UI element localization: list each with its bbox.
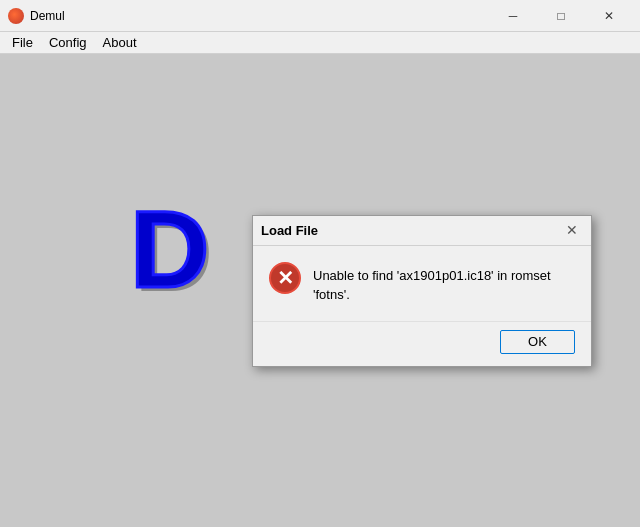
dialog-overlay: Load File ✕ ✕ Unable to find 'ax1901p01.… bbox=[0, 54, 640, 527]
maximize-button[interactable]: □ bbox=[538, 2, 584, 30]
close-button[interactable]: ✕ bbox=[586, 2, 632, 30]
menu-file[interactable]: File bbox=[4, 33, 41, 52]
app-title: Demul bbox=[30, 9, 490, 23]
menu-bar: File Config About bbox=[0, 32, 640, 54]
dialog-message: Unable to find 'ax1901p01.ic18' in romse… bbox=[313, 262, 575, 305]
main-area: D Load File ✕ ✕ Unable to find 'ax1901p0… bbox=[0, 54, 640, 527]
minimize-button[interactable]: ─ bbox=[490, 2, 536, 30]
app-icon bbox=[8, 8, 24, 24]
dialog-footer: OK bbox=[253, 321, 591, 366]
error-icon: ✕ bbox=[269, 262, 301, 294]
load-file-dialog: Load File ✕ ✕ Unable to find 'ax1901p01.… bbox=[252, 215, 592, 367]
dialog-close-button[interactable]: ✕ bbox=[561, 220, 583, 240]
dialog-title: Load File bbox=[261, 223, 561, 238]
ok-button[interactable]: OK bbox=[500, 330, 575, 354]
dialog-title-bar: Load File ✕ bbox=[253, 216, 591, 246]
window-controls: ─ □ ✕ bbox=[490, 2, 632, 30]
menu-about[interactable]: About bbox=[95, 33, 145, 52]
dialog-body: ✕ Unable to find 'ax1901p01.ic18' in rom… bbox=[253, 246, 591, 313]
title-bar: Demul ─ □ ✕ bbox=[0, 0, 640, 32]
menu-config[interactable]: Config bbox=[41, 33, 95, 52]
